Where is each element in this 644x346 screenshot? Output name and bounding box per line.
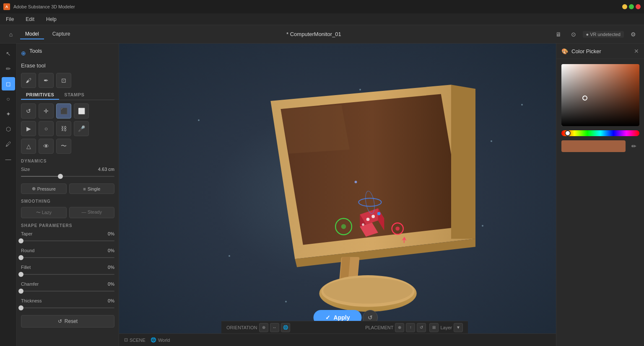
primitives-row-3: △ 👁 〜: [21, 139, 114, 154]
grab-tool-btn[interactable]: ✦: [2, 107, 15, 121]
menu-edit[interactable]: Edit: [23, 15, 37, 24]
tab-stamps[interactable]: STAMPS: [59, 90, 89, 100]
orientation-group: ORIENTATION ⊕ ↔ 🌐: [226, 323, 290, 332]
svg-point-17: [362, 223, 364, 226]
orient-btn-2[interactable]: ↔: [270, 323, 279, 332]
layer-down-btn[interactable]: ▼: [454, 323, 463, 332]
panel-title: Tools: [29, 48, 42, 54]
close-btn[interactable]: [636, 4, 641, 9]
thickness-slider[interactable]: [21, 305, 114, 311]
home-icon[interactable]: ⌂: [5, 28, 17, 40]
fillet-value: 0%: [108, 265, 114, 270]
layer-icon[interactable]: ⊞: [429, 323, 439, 332]
prim-mic[interactable]: 🎤: [74, 121, 89, 136]
sidebar-content: ⊕ Tools Erase tool 🖌 ✒ ⊡ PRIMITIVES STAM…: [17, 44, 119, 346]
round-label: Round: [21, 248, 34, 253]
file-title: * ComputerMonitor_01: [78, 31, 549, 37]
left-sidebar: ⊕ Tools Erase tool 🖌 ✒ ⊡ PRIMITIVES STAM…: [17, 44, 119, 346]
gradient-bg: [561, 64, 639, 126]
svg-point-14: [366, 218, 370, 221]
viewport[interactable]: ✓ Apply ↺ ORIENTATION ⊕ ↔ 🌐 PLACEMENT ⊕ …: [119, 44, 556, 346]
place-btn-1[interactable]: ⊕: [395, 323, 404, 332]
toolbar-right: 🖥 ⊙ ● VR undetected ⚙: [553, 28, 639, 40]
chamfer-value: 0%: [108, 281, 114, 287]
desktop-icon[interactable]: 🖥: [553, 28, 564, 40]
size-row: Size 4.63 cm: [21, 167, 114, 172]
panel-title-row: 🎨 Color Picker: [561, 48, 601, 54]
prim-wave[interactable]: 〜: [56, 139, 71, 154]
single-btn[interactable]: ≡ Single: [69, 183, 115, 194]
prim-arrow[interactable]: ▶: [21, 121, 36, 136]
hue-thumb[interactable]: [565, 130, 571, 136]
prim-eye[interactable]: 👁: [39, 139, 54, 154]
tab-model[interactable]: Model: [20, 29, 44, 39]
draw-tool-btn[interactable]: ✏: [2, 62, 15, 75]
lazy-icon: 〜: [36, 210, 41, 215]
menu-file[interactable]: File: [3, 15, 16, 24]
taper-slider[interactable]: [21, 238, 114, 244]
settings-icon[interactable]: ⚙: [627, 28, 639, 40]
orient-btn-1[interactable]: ⊕: [259, 323, 268, 332]
place-btn-3[interactable]: ↺: [417, 323, 426, 332]
prim-triangle[interactable]: △: [21, 139, 36, 154]
world-icon: 🌐: [151, 337, 156, 343]
prim-chain[interactable]: ⛓: [56, 121, 71, 136]
select-tool-btn[interactable]: ↖: [2, 47, 15, 60]
steady-btn[interactable]: — Steady: [69, 207, 115, 218]
erase-tool-btn[interactable]: ◻: [2, 77, 15, 90]
world-item[interactable]: 🌐 World: [151, 337, 170, 343]
color-picker-title: Color Picker: [571, 48, 601, 54]
shape-params-title: SHAPE PARAMETERS: [21, 223, 114, 228]
prim-cube[interactable]: ⬛: [56, 103, 71, 119]
line-tool-btn[interactable]: —: [2, 152, 15, 166]
3d-scene: [195, 69, 480, 321]
prim-circle[interactable]: ○: [39, 121, 54, 136]
svg-marker-3: [451, 85, 475, 239]
prim-swirl[interactable]: ↺: [21, 103, 36, 119]
maximize-btn[interactable]: [629, 4, 634, 9]
pen-small-icon[interactable]: ✒: [39, 73, 54, 88]
pressure-btn[interactable]: ⊕ Pressure: [21, 183, 67, 194]
tool-action-icons: 🖌 ✒ ⊡: [21, 73, 114, 88]
place-btn-2[interactable]: ↑: [406, 323, 415, 332]
fillet-slider[interactable]: [21, 271, 114, 277]
lasso-icon[interactable]: ⊡: [56, 73, 71, 88]
bottom-bar: ⊡ SCENE 🌐 World: [119, 333, 556, 346]
fill-tool-btn[interactable]: ⬡: [2, 122, 15, 136]
menu-help[interactable]: Help: [44, 15, 59, 24]
vr-icon[interactable]: ⊙: [568, 28, 579, 40]
lazy-btn[interactable]: 〜 Lazy: [21, 207, 67, 218]
size-slider[interactable]: [21, 173, 114, 179]
tab-capture[interactable]: Capture: [47, 29, 75, 39]
eyedropper-btn[interactable]: ✏: [629, 141, 639, 151]
panel-close-btn[interactable]: ✕: [634, 48, 639, 54]
reset-icon: ↺: [58, 318, 62, 324]
layer-group: ⊞ Layer ▼: [429, 323, 463, 332]
size-value: 4.63 cm: [98, 167, 114, 172]
vr-status: ● VR undetected: [583, 31, 624, 38]
tab-primitives[interactable]: PRIMITIVES: [21, 90, 59, 100]
scene-icon: ⊡: [124, 337, 128, 343]
round-slider[interactable]: [21, 255, 114, 261]
color-gradient-box[interactable]: [561, 64, 639, 126]
prim-cross[interactable]: ✛: [39, 103, 54, 119]
svg-point-23: [395, 227, 400, 231]
chamfer-slider[interactable]: [21, 288, 114, 294]
smooth-tool-btn[interactable]: ○: [2, 92, 15, 106]
svg-point-9: [323, 278, 413, 304]
scene-item[interactable]: ⊡ SCENE: [124, 337, 145, 343]
minimize-btn[interactable]: [622, 4, 627, 9]
orientation-label: ORIENTATION: [226, 325, 257, 330]
smoothing-title: SMOOTHING: [21, 199, 114, 204]
reset-button[interactable]: ↺ Reset: [21, 315, 114, 328]
gradient-cursor[interactable]: [582, 96, 587, 101]
round-row: Round 0%: [21, 248, 114, 253]
brush-icon[interactable]: 🖌: [21, 73, 36, 88]
orientation-bar: ORIENTATION ⊕ ↔ 🌐 PLACEMENT ⊕ ↑ ↺ ⊞ Laye…: [221, 321, 468, 333]
pen-tool-btn[interactable]: 🖊: [2, 137, 15, 151]
hue-slider[interactable]: [561, 130, 639, 136]
dynamics-title: DYNAMICS: [21, 159, 114, 163]
prim-cylinder[interactable]: ⬜: [74, 103, 89, 119]
svg-point-21: [341, 224, 346, 229]
orient-btn-3[interactable]: 🌐: [281, 323, 290, 332]
